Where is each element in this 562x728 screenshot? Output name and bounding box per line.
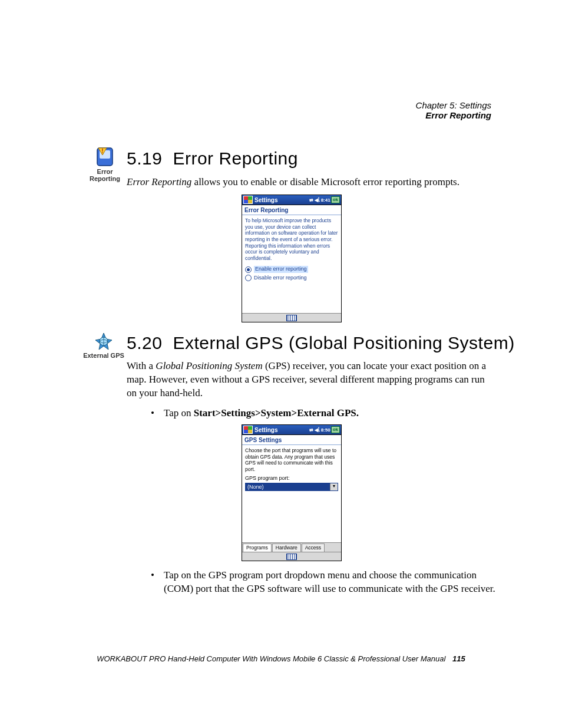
footer-text: WORKABOUT PRO Hand-Held Computer With Wi… — [97, 654, 445, 663]
wm2-desc: Choose the port that programs will use t… — [245, 447, 338, 473]
wm2-title: Settings — [254, 427, 309, 433]
heading-5-19: 5.19Error Reporting — [127, 149, 298, 169]
heading-number: 5.20 — [127, 333, 162, 353]
error-reporting-icon: ! — [94, 146, 116, 167]
bullet2-pre: Tap on the — [164, 569, 209, 581]
page-header: Chapter 5: Settings Error Reporting — [416, 100, 491, 120]
radio-disable-label: Disable error reporting — [254, 275, 307, 281]
bullet-2: • Tap on the GPS program port dropdown m… — [164, 569, 505, 596]
radio-enable-label: Enable error reporting — [254, 266, 308, 272]
wm1-title: Settings — [254, 197, 309, 203]
wm2-subhead: GPS Settings — [242, 435, 341, 445]
svg-text:!: ! — [101, 148, 103, 154]
wm1-desc: To help Microsoft improve the products y… — [245, 218, 338, 261]
wm2-tabs: Programs Hardware Access — [242, 542, 341, 552]
radio-enable-row[interactable]: Enable error reporting — [245, 266, 338, 272]
ok-button[interactable]: ok — [331, 426, 340, 433]
tab-programs[interactable]: Programs — [243, 543, 272, 552]
volume-icon: ◀ἱ — [315, 197, 320, 203]
wm2-titlebar: Settings ⇄ ◀ἱ 8:50 ok — [242, 425, 341, 435]
wm1-content: To help Microsoft improve the products y… — [242, 215, 341, 285]
icon-label: External GPS — [80, 352, 127, 359]
para-em: Global Positioning System — [156, 360, 262, 371]
dropdown-value: (None) — [246, 483, 330, 490]
screenshot-gps-settings: Settings ⇄ ◀ἱ 8:50 ok GPS Settings Choos… — [242, 424, 342, 561]
start-flag-icon — [243, 426, 253, 434]
sec520-para: With a Global Positioning System (GPS) r… — [127, 360, 492, 400]
keyboard-icon[interactable] — [286, 315, 297, 321]
radio-unchecked-icon — [245, 275, 252, 281]
header-chapter: Chapter 5: Settings — [416, 100, 491, 110]
heading-title: External GPS (Global Positioning System) — [173, 333, 514, 353]
wm1-bottom-bar — [242, 313, 341, 322]
bullet-1: • Tap on Start>Settings>System>External … — [164, 407, 505, 420]
footer-page-number: 115 — [452, 654, 465, 663]
keyboard-icon[interactable] — [286, 554, 297, 560]
gps-port-label: GPS program port: — [245, 475, 338, 482]
intro-rest: allows you to enable or disable Microsof… — [191, 176, 459, 187]
wm2-content: Choose the port that programs will use t… — [242, 445, 341, 493]
wm1-time: 8:41 — [321, 197, 330, 203]
heading-title: Error Reporting — [173, 149, 298, 168]
bullet1-pre: Tap on — [164, 407, 194, 419]
gps-port-dropdown[interactable]: (None) ▼ — [245, 483, 338, 491]
connectivity-icon: ⇄ — [309, 427, 313, 433]
wm2-bottom-bar — [242, 552, 341, 561]
bullet1-strong: Start>Settings>System>External GPS. — [194, 407, 359, 419]
icon-label-line1: Error — [87, 168, 123, 175]
radio-checked-icon — [245, 266, 252, 273]
connectivity-icon: ⇄ — [309, 197, 313, 203]
start-flag-icon — [243, 196, 253, 204]
heading-5-20: 5.20External GPS (Global Positioning Sys… — [127, 333, 515, 353]
chevron-down-icon: ▼ — [330, 483, 338, 490]
ok-button[interactable]: ok — [331, 196, 340, 203]
error-reporting-app-icon: ! Error Reporting — [87, 146, 123, 182]
wm2-time: 8:50 — [321, 427, 330, 433]
icon-label-line2: Reporting — [87, 175, 123, 182]
radio-disable-row[interactable]: Disable error reporting — [245, 275, 338, 281]
header-section: Error Reporting — [416, 110, 491, 120]
volume-icon: ◀ἱ — [315, 427, 320, 433]
external-gps-app-icon: External GPS — [80, 332, 127, 359]
sec519-intro: Error Reporting allows you to enable or … — [127, 176, 492, 189]
wm1-titlebar: Settings ⇄ ◀ἱ 8:41 ok — [242, 195, 341, 205]
heading-number: 5.19 — [127, 149, 162, 168]
intro-lead: Error Reporting — [127, 176, 191, 187]
para-pre: With a — [127, 360, 156, 371]
bullet2-em: GPS program port — [209, 569, 282, 581]
bullet-dot: • — [151, 569, 154, 582]
tab-access[interactable]: Access — [302, 543, 325, 552]
page-footer: WORKABOUT PRO Hand-Held Computer With Wi… — [0, 654, 562, 663]
screenshot-error-reporting: Settings ⇄ ◀ἱ 8:41 ok Error Reporting To… — [242, 195, 342, 322]
external-gps-icon — [93, 332, 114, 351]
wm1-subhead: Error Reporting — [242, 205, 341, 215]
bullet-dot: • — [151, 407, 154, 420]
tab-hardware[interactable]: Hardware — [272, 543, 301, 552]
